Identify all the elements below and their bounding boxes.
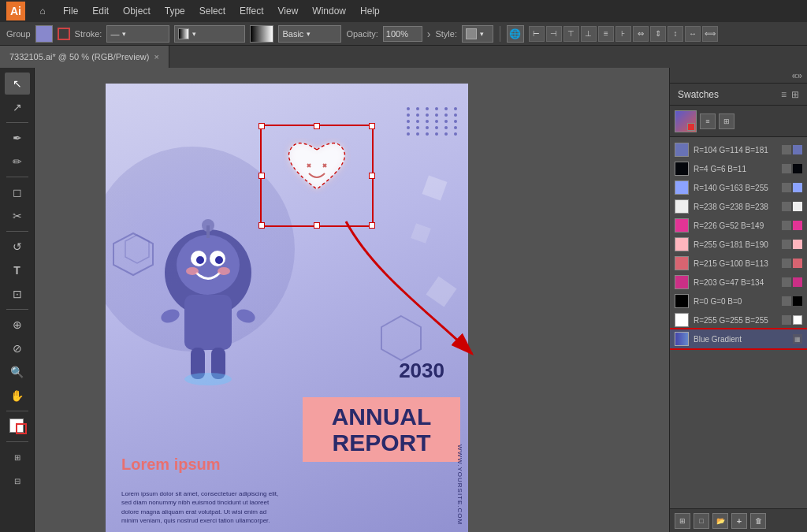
panel-grid-view-btn[interactable]: ⊞ (791, 89, 799, 100)
style-dropdown[interactable]: Basic▾ (278, 25, 341, 43)
svg-point-15 (184, 373, 232, 385)
swatch-row[interactable]: R=255 G=181 B=190 (670, 235, 807, 254)
direct-select-tool[interactable]: ↗ (5, 96, 30, 118)
hand-tool[interactable]: ✋ (5, 385, 30, 407)
draw-mode-btn[interactable]: ⊞ (5, 446, 30, 468)
swatch-label: R=104 G=114 B=181 (694, 146, 777, 154)
graph-tool[interactable]: ⊡ (5, 283, 30, 305)
swatch-libraries-btn[interactable]: ⊞ (675, 513, 690, 529)
rotate-tool[interactable]: ↺ (5, 236, 30, 258)
swatch-color (675, 275, 689, 289)
annual-text: ANNUAL (312, 404, 451, 430)
menu-effect[interactable]: Effect (233, 2, 270, 20)
swatch-row[interactable]: R=4 G=6 B=11 (670, 159, 807, 178)
tab-close-btn[interactable]: × (154, 52, 158, 61)
swatch-row[interactable]: R=215 G=100 B=113 (670, 254, 807, 273)
swatch-label: R=226 G=52 B=149 (694, 221, 777, 230)
svg-point-7 (218, 267, 230, 275)
distribute-btn3[interactable]: ↔ (685, 26, 701, 42)
new-color-group-btn[interactable]: □ (694, 513, 709, 529)
align-left-btn[interactable]: ⊢ (529, 26, 545, 42)
swatches-header: Swatches ≡ ⊞ (670, 84, 807, 106)
swatch-color (675, 180, 689, 195)
pencil-tool[interactable]: ✏ (5, 151, 30, 173)
swatch-label: R=215 G=100 B=113 (694, 259, 777, 268)
pen-tool[interactable]: ✒ (5, 127, 30, 149)
swatch-row[interactable]: R=104 G=114 B=181 (670, 140, 807, 159)
swatch-label: R=140 G=163 B=255 (694, 184, 777, 192)
opacity-arrow[interactable]: › (427, 28, 431, 40)
lorem-title: Lorem ipsum (121, 456, 221, 474)
stroke-swatch[interactable] (58, 28, 70, 40)
globe-btn[interactable]: 🌐 (507, 25, 524, 43)
menu-window[interactable]: Window (306, 2, 352, 20)
svg-point-4 (196, 256, 204, 264)
swatch-color (675, 256, 689, 270)
zoom-tool[interactable]: 🔍 (5, 361, 30, 383)
home-icon[interactable]: ⌂ (33, 2, 52, 20)
swatch-row[interactable]: R=203 G=47 B=134 (670, 273, 807, 292)
distribute-btn2[interactable]: ↕ (668, 26, 683, 42)
swatch-color-icon (793, 145, 802, 154)
style-picker[interactable]: ▾ (462, 25, 493, 43)
panel-header-icons: ≡ ⊞ (781, 89, 799, 100)
handle-tl (258, 123, 265, 129)
text-tool[interactable]: T (5, 259, 30, 281)
open-swatch-library-btn[interactable]: 📂 (712, 513, 728, 529)
blue-gradient-swatch-row[interactable]: Blue Gradient ▦ (670, 329, 807, 348)
align-bottom-btn[interactable]: ⊦ (615, 26, 631, 42)
panel-list-view-btn[interactable]: ≡ (781, 89, 787, 100)
new-swatch-btn[interactable]: + (731, 513, 747, 529)
distribute-v-btn[interactable]: ⇕ (650, 26, 666, 42)
menu-object[interactable]: Object (117, 2, 157, 20)
swatch-type-icons (782, 277, 802, 287)
swatch-row[interactable]: R=140 G=163 B=255 (670, 178, 807, 197)
artboard-bg: 2030 ANNUAL REPORT Lorem ipsum Lorem ips… (106, 84, 468, 532)
swatches-panel: « » Swatches ≡ ⊞ ≡ ⊞ R=104 G=114 B=181 (669, 68, 807, 532)
panel-collapse-right[interactable]: » (797, 70, 802, 81)
align-middle-btn[interactable]: ≡ (598, 26, 614, 42)
stroke-color-box[interactable] (16, 423, 27, 434)
heart-svg (270, 134, 364, 218)
swatch-opts-btn[interactable]: ≡ (700, 113, 716, 129)
menu-edit[interactable]: Edit (86, 2, 115, 20)
menu-type[interactable]: Type (158, 2, 192, 20)
swatch-row[interactable]: R=238 G=238 B=238 (670, 197, 807, 216)
align-center-btn[interactable]: ⊣ (546, 26, 562, 42)
eyedropper-tool[interactable]: ⊘ (5, 337, 30, 359)
menu-help[interactable]: Help (354, 2, 386, 20)
fill-swatch[interactable] (35, 25, 53, 43)
shape-tool[interactable]: ◻ (5, 181, 30, 203)
panel-collapse-left[interactable]: « (792, 70, 798, 81)
document-tab[interactable]: 7332105.ai* @ 50 % (RGB/Preview) × (0, 46, 169, 68)
swatch-row[interactable]: R=0 G=0 B=0 (670, 292, 807, 311)
dots-pattern (407, 107, 460, 136)
tool-sep-5 (6, 411, 28, 411)
gradient-swatch-btn[interactable] (675, 110, 697, 132)
swatch-color-icon (793, 202, 802, 211)
canvas-area[interactable]: 2030 ANNUAL REPORT Lorem ipsum Lorem ips… (35, 68, 669, 532)
swatch-row[interactable]: R=255 G=255 B=255 (670, 311, 807, 329)
menu-select[interactable]: Select (193, 2, 232, 20)
blend-tool[interactable]: ⊕ (5, 314, 30, 336)
delete-swatch-btn[interactable]: 🗑 (750, 513, 766, 529)
stroke-dropdown[interactable]: —▾ (106, 25, 169, 43)
swatch-grid-btn[interactable]: ⊞ (719, 113, 734, 129)
swatch-label: R=0 G=0 B=0 (694, 297, 777, 306)
distribute-h-btn[interactable]: ⇔ (633, 26, 649, 42)
distribute-btn4[interactable]: ⟺ (702, 26, 718, 42)
scissors-tool[interactable]: ✂ (5, 205, 30, 227)
align-right-btn[interactable]: ⊤ (563, 26, 579, 42)
swatch-type-icon: ▦ (793, 334, 802, 344)
opacity-input[interactable] (383, 26, 422, 42)
screen-mode-btn[interactable]: ⊟ (5, 470, 30, 492)
swatch-label: R=203 G=47 B=134 (694, 278, 777, 287)
swatch-row[interactable]: R=226 G=52 B=149 (670, 216, 807, 235)
align-top-btn[interactable]: ⊥ (581, 26, 597, 42)
tool-sep-6 (6, 441, 28, 442)
tool-sep-4 (6, 309, 28, 310)
select-tool[interactable]: ↖ (5, 73, 30, 95)
fill-color-picker[interactable]: ▾ (174, 25, 245, 43)
menu-view[interactable]: View (272, 2, 305, 20)
menu-file[interactable]: File (57, 2, 84, 20)
